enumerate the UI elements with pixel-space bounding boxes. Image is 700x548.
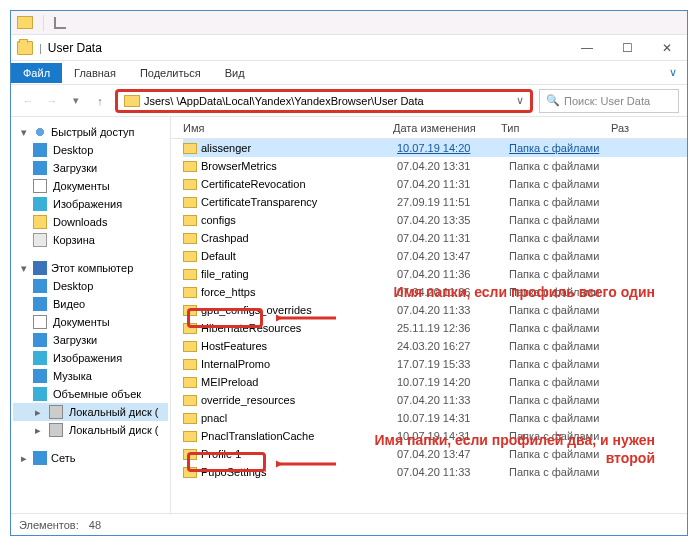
col-type[interactable]: Тип xyxy=(501,122,611,134)
table-row[interactable]: file_rating07.04.20 11:36Папка с файлами xyxy=(183,265,687,283)
nav-back-button[interactable]: ← xyxy=(19,92,37,110)
network-icon xyxy=(33,451,47,465)
sidebar-item-disk-c[interactable]: ▸Локальный диск ( xyxy=(13,403,168,421)
folder-icon xyxy=(183,323,197,334)
disk-icon xyxy=(49,423,63,437)
sidebar-item-pictures2[interactable]: Изображения xyxy=(13,349,168,367)
sidebar-item-pictures[interactable]: Изображения xyxy=(13,195,168,213)
divider xyxy=(43,15,44,31)
folder-icon xyxy=(17,16,33,29)
file-type: Папка с файлами xyxy=(509,232,639,244)
desktop-icon xyxy=(33,279,47,293)
sidebar-item-recycle[interactable]: Корзина xyxy=(13,231,168,249)
nav-recent-button[interactable]: ▾ xyxy=(67,92,85,110)
col-size[interactable]: Раз xyxy=(611,122,687,134)
ribbon-toggle-icon[interactable]: ∨ xyxy=(659,66,687,79)
download-icon xyxy=(33,161,47,175)
file-date: 17.07.19 15:33 xyxy=(397,358,505,370)
table-row[interactable]: PupoSettings07.04.20 11:33Папка с файлам… xyxy=(183,463,687,481)
table-row[interactable]: HostFeatures24.03.20 16:27Папка с файлам… xyxy=(183,337,687,355)
navigation-pane[interactable]: ▾Быстрый доступ Desktop Загрузки Докумен… xyxy=(11,117,171,513)
folder-icon xyxy=(183,359,197,370)
file-type: Папка с файлами xyxy=(509,376,639,388)
tab-view[interactable]: Вид xyxy=(213,63,257,83)
disk-icon xyxy=(49,405,63,419)
sidebar-group-label: Сеть xyxy=(51,452,75,464)
document-icon xyxy=(33,179,47,193)
file-date: 10.07.19 14:31 xyxy=(397,412,505,424)
table-row[interactable]: PnaclTranslationCache10.07.19 14:31Папка… xyxy=(183,427,687,445)
tab-file[interactable]: Файл xyxy=(11,63,62,83)
file-date: 07.04.20 13:31 xyxy=(397,160,505,172)
sidebar-item-label: Desktop xyxy=(53,144,93,156)
sidebar-item-desktop2[interactable]: Desktop xyxy=(13,277,168,295)
table-row[interactable]: MEIPreload10.07.19 14:20Папка с файлами xyxy=(183,373,687,391)
status-count: 48 xyxy=(89,519,101,531)
sidebar-item-downloads[interactable]: Загрузки xyxy=(13,159,168,177)
table-row[interactable]: pnacl10.07.19 14:31Папка с файлами xyxy=(183,409,687,427)
file-name: Crashpad xyxy=(201,232,393,244)
picture-icon xyxy=(33,197,47,211)
table-row[interactable]: alissenger10.07.19 14:20Папка с файлами xyxy=(183,139,687,157)
sidebar-item-label: Downloads xyxy=(53,216,107,228)
sidebar-item-documents[interactable]: Документы xyxy=(13,177,168,195)
chevron-down-icon[interactable]: ∨ xyxy=(516,94,524,107)
table-row[interactable]: gpu_configs_overrides07.04.20 11:33Папка… xyxy=(183,301,687,319)
close-button[interactable]: ✕ xyxy=(647,36,687,60)
table-row[interactable]: override_resources07.04.20 11:33Папка с … xyxy=(183,391,687,409)
file-date: 10.07.19 14:31 xyxy=(397,430,505,442)
tab-home[interactable]: Главная xyxy=(62,63,128,83)
tab-share[interactable]: Поделиться xyxy=(128,63,213,83)
table-row[interactable]: CertificateTransparency27.09.19 11:51Пап… xyxy=(183,193,687,211)
pc-icon xyxy=(33,261,47,275)
file-rows[interactable]: alissenger10.07.19 14:20Папка с файламиB… xyxy=(171,139,687,513)
file-date: 07.04.20 13:47 xyxy=(397,448,505,460)
table-row[interactable]: Crashpad07.04.20 11:31Папка с файлами xyxy=(183,229,687,247)
sidebar-item-downloads2[interactable]: Downloads xyxy=(13,213,168,231)
table-row[interactable]: HibernateResources25.11.19 12:36Папка с … xyxy=(183,319,687,337)
file-type: Папка с файлами xyxy=(509,466,639,478)
file-name: InternalPromo xyxy=(201,358,393,370)
table-row[interactable]: configs07.04.20 13:35Папка с файлами xyxy=(183,211,687,229)
sidebar-network[interactable]: ▸Сеть xyxy=(13,449,168,467)
folder-icon xyxy=(183,287,197,298)
file-name: alissenger xyxy=(201,142,393,154)
file-type: Папка с файлами xyxy=(509,196,639,208)
col-name[interactable]: Имя xyxy=(183,122,393,134)
nav-forward-button[interactable]: → xyxy=(43,92,61,110)
sidebar-this-pc[interactable]: ▾Этот компьютер xyxy=(13,259,168,277)
nav-up-button[interactable]: ↑ xyxy=(91,92,109,110)
sidebar-item-desktop[interactable]: Desktop xyxy=(13,141,168,159)
table-row[interactable]: InternalPromo17.07.19 15:33Папка с файла… xyxy=(183,355,687,373)
sidebar-item-documents2[interactable]: Документы xyxy=(13,313,168,331)
sidebar-item-3d[interactable]: Объемные объек xyxy=(13,385,168,403)
file-date: 07.04.20 11:33 xyxy=(397,466,505,478)
table-row[interactable]: Profile 107.04.20 13:47Папка с файлами xyxy=(183,445,687,463)
address-bar-row: ← → ▾ ↑ Jsers\ \AppData\Local\Yandex\Yan… xyxy=(11,85,687,117)
file-date: 10.07.19 14:20 xyxy=(397,142,505,154)
file-type: Папка с файлами xyxy=(509,142,639,154)
table-row[interactable]: CertificateRevocation07.04.20 11:31Папка… xyxy=(183,175,687,193)
maximize-button[interactable]: ☐ xyxy=(607,36,647,60)
window-title: User Data xyxy=(48,41,102,55)
table-row[interactable]: force_https07.04.20 11:36Папка с файлами xyxy=(183,283,687,301)
folder-icon xyxy=(183,395,197,406)
col-date[interactable]: Дата изменения xyxy=(393,122,501,134)
file-date: 07.04.20 13:35 xyxy=(397,214,505,226)
sidebar-item-videos[interactable]: Видео xyxy=(13,295,168,313)
sidebar-item-downloads3[interactable]: Загрузки xyxy=(13,331,168,349)
search-input[interactable]: 🔍 Поиск: User Data xyxy=(539,89,679,113)
table-row[interactable]: Default07.04.20 13:47Папка с файлами xyxy=(183,247,687,265)
address-bar[interactable]: Jsers\ \AppData\Local\Yandex\YandexBrows… xyxy=(115,89,533,113)
file-name: file_rating xyxy=(201,268,393,280)
folder-icon xyxy=(183,143,197,154)
sidebar-item-music[interactable]: Музыка xyxy=(13,367,168,385)
star-icon xyxy=(33,125,47,139)
sidebar-item-label: Локальный диск ( xyxy=(69,406,158,418)
sidebar-quick-access[interactable]: ▾Быстрый доступ xyxy=(13,123,168,141)
minimize-button[interactable]: — xyxy=(567,36,607,60)
table-row[interactable]: BrowserMetrics07.04.20 13:31Папка с файл… xyxy=(183,157,687,175)
sidebar-item-disk-d[interactable]: ▸Локальный диск ( xyxy=(13,421,168,439)
file-name: pnacl xyxy=(201,412,393,424)
ribbon: Файл Главная Поделиться Вид ∨ xyxy=(11,61,687,85)
